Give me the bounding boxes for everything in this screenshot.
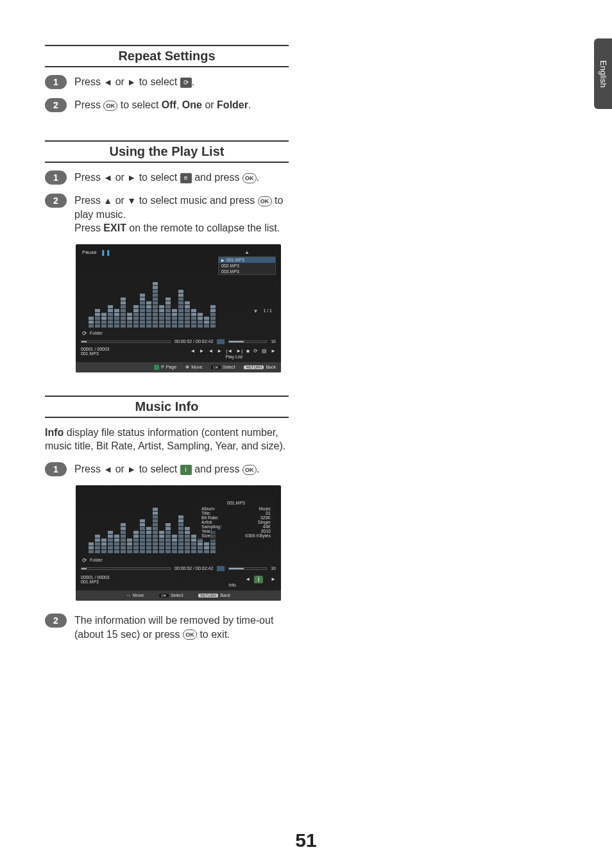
language-tab: English [594,38,612,109]
repeat-icon: ⟳ [82,557,87,563]
playlist-item[interactable]: 002.MP3 [219,263,275,269]
progress-bar[interactable] [81,340,171,343]
musicinfo-step-2-text: The information will be removed by time-… [74,613,289,641]
playlist-panel: ▲ ▶001.MP3 002.MP3 003.MP3 ▼ 1 / 1 [218,249,276,314]
text: Press [74,463,103,474]
text: . [192,76,194,87]
playlist-step-2: 2 Press ▲ or ▼ to select music and press… [45,194,289,235]
track-count: 00001 / 00003 [81,575,110,580]
page-indicator: 1 / 1 [263,308,272,314]
musicinfo-screenshot: 001.MP3 Album:Music Title:01 Bit Rate:32… [76,485,281,601]
repeat-step-2: 2 Press OK to select Off, One or Folder. [45,98,289,112]
playlist-item-selected[interactable]: ▶001.MP3 [219,257,275,263]
section-musicinfo-title: Music Info [45,397,289,417]
text: or [115,195,128,206]
repeat-step-2-text: Press OK to select Off, One or Folder. [74,98,289,112]
playlist-step-1-text: Press ◄ or ► to select ≡ and press OK. [74,171,289,185]
left-arrow-icon: ◄ [103,76,112,88]
text: to select music and press [139,195,258,206]
info-val: 44K [263,524,271,529]
playlist-footer: ▼ 1 / 1 [218,308,276,314]
return-chip: RETURN [244,365,264,369]
step-fwd-icon[interactable]: ► [217,348,222,354]
down-arrow-icon: ▼ [127,195,136,207]
ok-icon: OK [242,465,257,475]
time-display: 00:00:02 / 00:02:42 [174,339,213,344]
scroll-down-icon[interactable]: ▼ [253,308,258,314]
section-repeat-title: Repeat Settings [45,46,289,66]
section-playlist-header: Using the Play List [45,140,289,163]
repeat-mode: ⟳ Folder [82,330,103,337]
text: The information will be removed by time-… [74,615,273,640]
text: . [248,99,251,110]
transport-controls: ◄ i ► [245,575,276,584]
text: to select [121,99,162,110]
content-column: Repeat Settings 1 Press ◄ or ► to select… [45,45,289,641]
return-chip: RETURN [198,594,218,597]
move-label: Move [191,365,202,369]
repeat-step-1: 1 Press ◄ or ► to select ⟳. [45,75,289,89]
info-icon[interactable]: i [254,576,263,583]
repeat-icon[interactable]: ⟳ [253,348,258,354]
repeat-step-1-text: Press ◄ or ► to select ⟳. [74,75,289,89]
info-val: 2010 [260,529,271,533]
info-icon: i [180,465,192,475]
hint-page: P Page [154,365,176,370]
info-row: Bit Rate:320K [201,515,271,520]
scroll-up-icon[interactable]: ▲ [218,249,276,255]
playlist-screenshot: Pause ❚❚ ▲ ▶001.MP3 002.MP3 003.MP3 ▼ 1 … [76,244,281,372]
volume-bar[interactable] [228,340,267,343]
text: or [202,99,217,110]
equalizer [89,503,198,553]
page: English Repeat Settings 1 Press ◄ or ► t… [0,0,612,868]
left-arrow-icon: ◄ [103,463,112,476]
prev-ctrl-icon[interactable]: ◄ [245,576,250,582]
select-label: Select [171,593,183,597]
track-count: 00001 / 00003 [81,347,110,351]
volume-bar[interactable] [228,567,267,570]
section-playlist-title: Using the Play List [45,142,289,162]
step-badge-2: 2 [45,98,67,112]
text: or [115,76,128,87]
back-label: Back [266,365,276,369]
next-icon[interactable]: ►| [236,348,242,354]
playlist-item[interactable]: 003.MP3 [219,269,275,274]
ok-chip: OK [159,594,169,597]
rew-icon[interactable]: ◄ [191,348,196,354]
hint-move: ↔ Move [126,593,144,597]
meta-row: 00001 / 00003 001.MP3 ◄ i ► [81,575,276,584]
step-badge-1: 1 [45,171,67,185]
timeline-row: 00:00:02 / 00:02:42 16 [76,566,281,571]
info-panel: 001.MP3 Album:Music Title:01 Bit Rate:32… [198,498,275,540]
text: Press [74,99,103,110]
info-row: Title:01 [201,511,271,515]
ok-icon: OK [103,101,117,111]
text: or [115,172,128,183]
equalizer [89,270,198,328]
text: Press [74,76,103,87]
text: Press [74,172,103,183]
prev-icon[interactable]: |◄ [226,348,232,354]
hint-back: RETURN Back [244,365,276,369]
right-arrow-icon: ► [127,463,136,476]
pause-label: Pause [82,249,97,255]
step-badge-2: 2 [45,194,67,208]
info-caption: Info [228,583,236,587]
text: display file status information (content… [45,427,285,452]
text: . [257,463,259,474]
step-badge-1: 1 [45,75,67,89]
back-label: Back [220,593,230,597]
step-back-icon[interactable]: ◄ [208,348,213,354]
hint-select: OK Select [159,593,183,597]
stop-icon[interactable]: ■ [246,348,250,354]
more-icon[interactable]: ► [271,348,276,354]
fwd-icon[interactable]: ► [199,348,204,354]
volume-value: 16 [271,566,276,571]
ok-icon: OK [242,173,257,183]
step-badge-1: 1 [45,462,67,476]
info-val: Music [259,506,271,511]
exit-label: EXIT [103,222,126,233]
progress-bar[interactable] [81,567,171,570]
list-icon[interactable]: ▤ [262,348,267,354]
next-ctrl-icon[interactable]: ► [271,576,276,582]
